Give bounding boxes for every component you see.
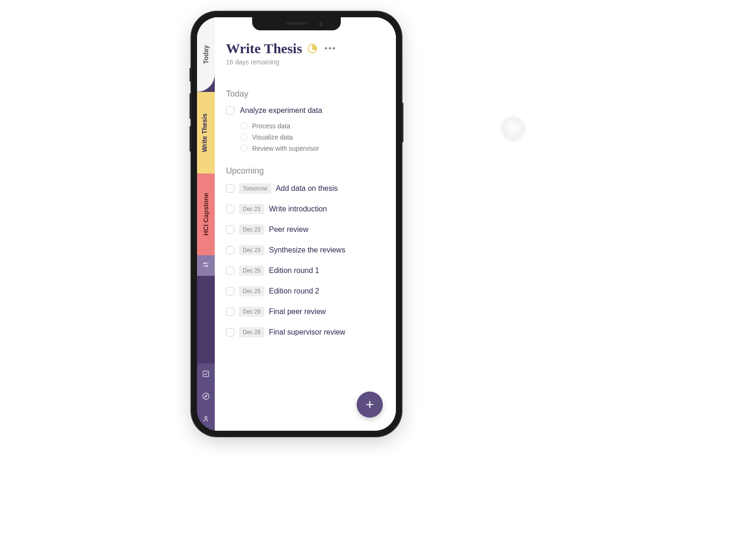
plus-icon: +	[366, 397, 374, 413]
tab-hci-capstone[interactable]: HCI Capstone	[197, 174, 215, 255]
subtask-radio[interactable]	[240, 133, 247, 141]
more-button[interactable]: •••	[324, 44, 336, 54]
task-row: Tomorrow Add data on thesis	[226, 183, 385, 194]
side-button	[190, 68, 191, 82]
date-badge: Tomorrow	[239, 183, 271, 194]
subtask-row: Visualize data	[240, 133, 385, 141]
tab-write-thesis[interactable]: Write Thesis	[197, 92, 215, 174]
task-row: Dec 23 Peer review	[226, 224, 385, 235]
sidebar: Today Write Thesis HCI Capstone	[197, 17, 215, 431]
header: Write Thesis •••	[226, 41, 385, 56]
subtask-text[interactable]: Process data	[252, 122, 290, 130]
task-checkbox[interactable]	[226, 246, 234, 254]
task-row: Dec 29 Final supervisor review	[226, 327, 385, 337]
add-button[interactable]: +	[357, 392, 383, 418]
checklist-button[interactable]	[197, 364, 215, 386]
tab-label: Write Thesis	[201, 113, 208, 152]
date-badge: Dec 23	[239, 204, 264, 214]
svg-point-3	[206, 266, 208, 267]
subtask-text[interactable]: Review with supervisor	[252, 145, 319, 152]
task-checkbox[interactable]	[226, 287, 234, 295]
compass-icon	[202, 392, 210, 402]
filter-button[interactable]	[197, 255, 215, 276]
subtitle: 16 days remaining	[226, 58, 385, 66]
subtask-radio[interactable]	[240, 122, 247, 130]
progress-icon	[308, 44, 317, 53]
task-checkbox[interactable]	[226, 225, 234, 234]
date-badge: Dec 25	[239, 266, 264, 276]
subtask-list: Process data Visualize data Review with …	[240, 122, 385, 152]
subtask-radio[interactable]	[240, 145, 247, 152]
task-text[interactable]: Final peer review	[269, 308, 326, 316]
side-button	[190, 93, 191, 119]
sliders-icon	[202, 260, 210, 271]
task-row: Dec 25 Edition round 1	[226, 266, 385, 276]
main-content: Write Thesis ••• 16 days remaining Today…	[215, 17, 396, 431]
task-text[interactable]: Add data on thesis	[276, 184, 338, 193]
svg-point-7	[205, 417, 207, 419]
date-badge: Dec 29	[239, 327, 264, 337]
person-icon	[202, 414, 210, 425]
task-row: Analyze experiment data	[226, 106, 385, 115]
task-row: Dec 25 Edition round 2	[226, 286, 385, 296]
phone-frame: Today Write Thesis HCI Capstone	[191, 12, 402, 436]
svg-point-2	[204, 263, 205, 264]
task-text[interactable]: Final supervisor review	[269, 328, 345, 336]
task-text[interactable]: Edition round 1	[269, 266, 319, 275]
phone-notch	[252, 17, 341, 30]
task-checkbox[interactable]	[226, 205, 234, 213]
svg-marker-6	[205, 395, 207, 398]
side-button	[402, 103, 403, 142]
task-checkbox[interactable]	[226, 328, 234, 336]
subtask-text[interactable]: Visualize data	[252, 133, 293, 141]
subtask-row: Process data	[240, 122, 385, 130]
explore-button[interactable]	[197, 386, 215, 408]
svg-rect-4	[203, 371, 209, 377]
task-checkbox[interactable]	[226, 106, 234, 115]
checkbox-icon	[202, 370, 210, 380]
tab-label: HCI Capstone	[202, 193, 210, 236]
task-row: Dec 29 Final peer review	[226, 307, 385, 317]
page-title: Write Thesis	[226, 41, 302, 56]
task-text[interactable]: Synthesize the reviews	[269, 246, 345, 254]
date-badge: Dec 23	[239, 224, 264, 235]
profile-button[interactable]	[197, 408, 215, 431]
task-text[interactable]: Edition round 2	[269, 287, 319, 295]
section-title-upcoming: Upcoming	[226, 166, 385, 176]
task-text[interactable]: Write introduction	[269, 205, 327, 213]
task-row: Dec 23 Synthesize the reviews	[226, 245, 385, 255]
tab-today[interactable]: Today	[197, 17, 215, 92]
section-title-today: Today	[226, 89, 385, 99]
cursor-indicator	[502, 117, 524, 139]
task-checkbox[interactable]	[226, 184, 234, 193]
task-checkbox[interactable]	[226, 308, 234, 316]
task-row: Dec 23 Write introduction	[226, 204, 385, 214]
date-badge: Dec 25	[239, 286, 264, 296]
task-checkbox[interactable]	[226, 266, 234, 275]
tab-label: Today	[202, 45, 210, 64]
task-text[interactable]: Peer review	[269, 225, 308, 234]
date-badge: Dec 29	[239, 307, 264, 317]
subtask-row: Review with supervisor	[240, 145, 385, 152]
date-badge: Dec 23	[239, 245, 264, 255]
task-text[interactable]: Analyze experiment data	[240, 106, 322, 115]
side-button	[190, 126, 191, 152]
